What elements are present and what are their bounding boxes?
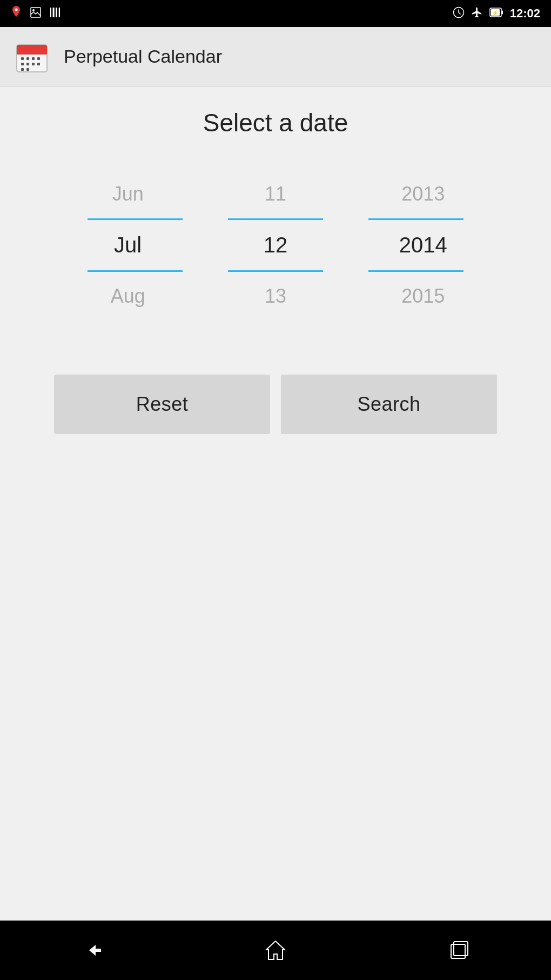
svg-rect-13	[501, 10, 503, 14]
day-below[interactable]: 13	[201, 272, 349, 321]
svg-rect-5	[53, 8, 54, 17]
button-row: Reset Search	[54, 375, 497, 434]
status-bar-left	[11, 6, 61, 22]
year-below[interactable]: 2015	[350, 272, 497, 321]
svg-point-2	[32, 9, 35, 11]
svg-rect-21	[32, 57, 35, 60]
status-time: 12:02	[510, 6, 540, 21]
svg-rect-24	[26, 63, 29, 65]
date-picker-row-inactive-bottom[interactable]: Aug 13 2015	[54, 272, 497, 321]
svg-rect-23	[21, 63, 24, 65]
svg-rect-4	[52, 8, 52, 17]
battery-icon: ⚡	[489, 6, 503, 21]
svg-rect-3	[50, 8, 51, 17]
svg-rect-29	[451, 944, 465, 958]
recents-button[interactable]	[446, 938, 473, 963]
month-above[interactable]: Jun	[54, 170, 201, 218]
home-button[interactable]	[262, 938, 289, 963]
svg-rect-17	[17, 51, 47, 55]
app-bar: Perpetual Calendar	[0, 27, 551, 86]
svg-rect-6	[55, 8, 55, 17]
svg-rect-25	[32, 63, 35, 65]
image-icon	[30, 7, 41, 21]
barcode-icon	[50, 7, 61, 21]
airplane-icon	[471, 6, 483, 21]
page-title: Select a date	[203, 108, 348, 137]
location-icon	[11, 6, 22, 22]
svg-rect-9	[59, 8, 60, 17]
status-bar-right: ⚡ 12:02	[453, 6, 540, 21]
app-icon	[13, 38, 51, 76]
month-below[interactable]: Aug	[54, 272, 201, 321]
day-above[interactable]: 11	[201, 170, 349, 218]
date-picker-row-inactive-top[interactable]: Jun 11 2013	[54, 170, 497, 218]
svg-rect-27	[21, 68, 24, 71]
svg-point-0	[15, 8, 18, 11]
nav-bar	[0, 921, 551, 980]
svg-rect-22	[37, 57, 40, 60]
reset-button[interactable]: Reset	[54, 375, 270, 434]
day-selected[interactable]: 12	[201, 220, 349, 270]
svg-rect-1	[31, 8, 41, 17]
month-selected[interactable]: Jul	[54, 220, 201, 270]
svg-rect-28	[26, 68, 29, 71]
app-title: Perpetual Calendar	[64, 46, 222, 67]
svg-rect-30	[454, 942, 468, 956]
back-button[interactable]	[78, 939, 105, 961]
clock-icon	[453, 6, 465, 21]
svg-rect-26	[37, 63, 40, 65]
year-above[interactable]: 2013	[350, 170, 497, 218]
svg-rect-7	[56, 8, 57, 17]
date-picker: Jun 11 2013 Jul	[54, 170, 497, 321]
svg-rect-19	[21, 57, 24, 60]
svg-rect-8	[58, 8, 58, 17]
svg-text:⚡: ⚡	[492, 10, 499, 16]
svg-rect-20	[26, 57, 29, 60]
search-button[interactable]: Search	[281, 375, 497, 434]
status-bar: ⚡ 12:02	[0, 0, 551, 27]
main-content: Select a date Jun 11 2013	[0, 86, 551, 921]
date-picker-row-active[interactable]: Jul 12 2014	[54, 220, 497, 270]
year-selected[interactable]: 2014	[350, 220, 497, 270]
